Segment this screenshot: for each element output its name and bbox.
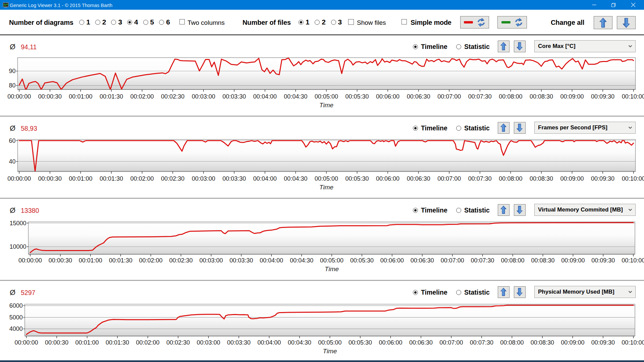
svg-text:00:04:30: 00:04:30 [288, 339, 311, 346]
svg-text:00:05:30: 00:05:30 [348, 339, 372, 346]
svg-text:00:00:30: 00:00:30 [45, 339, 68, 346]
svg-text:00:09:30: 00:09:30 [591, 339, 615, 346]
svg-text:00:02:30: 00:02:30 [166, 339, 190, 346]
svg-text:00:06:00: 00:06:00 [379, 339, 402, 346]
svg-text:00:02:00: 00:02:00 [136, 339, 160, 346]
svg-text:00:10:00: 00:10:00 [622, 339, 644, 346]
svg-text:00:05:00: 00:05:00 [318, 339, 341, 346]
svg-text:00:04:00: 00:04:00 [257, 339, 281, 346]
svg-text:00:03:00: 00:03:00 [197, 339, 220, 346]
svg-text:00:03:30: 00:03:30 [227, 339, 251, 346]
svg-text:00:08:30: 00:08:30 [531, 339, 554, 346]
svg-text:00:09:00: 00:09:00 [561, 339, 584, 346]
svg-text:00:01:00: 00:01:00 [75, 339, 99, 346]
svg-text:00:01:30: 00:01:30 [106, 339, 129, 346]
svg-text:5000: 5000 [9, 314, 23, 321]
svg-text:00:00:00: 00:00:00 [15, 339, 38, 346]
svg-text:00:08:00: 00:08:00 [500, 339, 524, 346]
svg-text:6000: 6000 [9, 302, 23, 309]
svg-text:00:07:00: 00:07:00 [439, 339, 463, 346]
svg-text:4000: 4000 [9, 325, 23, 332]
svg-text:Time: Time [323, 348, 337, 355]
svg-text:00:07:30: 00:07:30 [470, 339, 493, 346]
svg-text:00:06:30: 00:06:30 [409, 339, 433, 346]
